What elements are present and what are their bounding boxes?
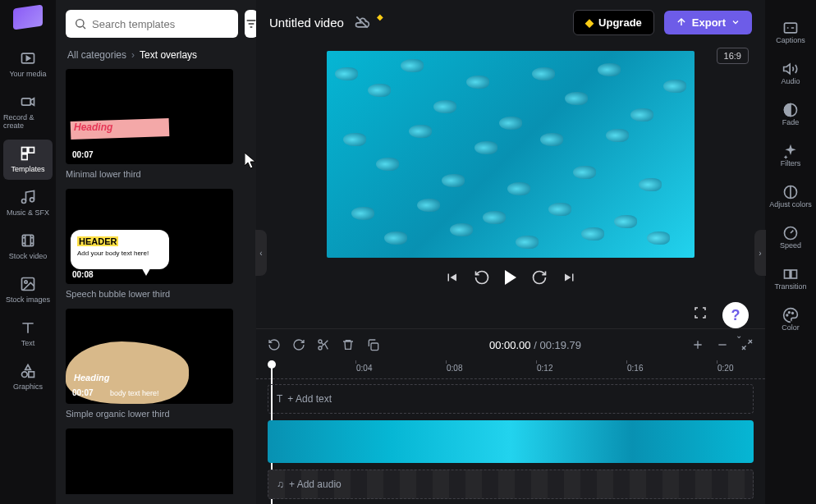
timeline-tracks: T + Add text ♫ + Add audio (256, 379, 765, 504)
templates-icon (20, 146, 36, 163)
template-card[interactable]: HEADER Add your body text here! 00:08 Sp… (66, 189, 246, 299)
gauge-icon (782, 225, 799, 241)
search-box[interactable] (66, 10, 238, 38)
transition-icon (782, 266, 799, 282)
ruler-tick: 0:04 (356, 364, 372, 373)
template-duration: 00:07 (72, 388, 94, 397)
forward-button[interactable] (531, 269, 548, 286)
rewind-button[interactable] (474, 269, 490, 286)
timeline-ruler[interactable]: 0:04 0:08 0:12 0:16 0:20 (256, 360, 765, 379)
nav-text[interactable]: Text (3, 314, 53, 354)
upgrade-label: Upgrade (598, 16, 642, 29)
project-title[interactable]: Untitled video (269, 16, 344, 30)
timeline-section: 00:00.00 / 00:19.79 0:04 0:08 0:12 0:16 … (256, 328, 765, 504)
svg-point-10 (22, 371, 28, 377)
svg-rect-3 (29, 147, 34, 153)
fullscreen-button[interactable] (693, 305, 708, 323)
rnav-label: Transition (774, 282, 806, 291)
speaker-icon (782, 61, 799, 77)
nav-stock-images[interactable]: Stock images (3, 270, 53, 310)
export-button[interactable]: Export (664, 11, 752, 34)
ruler-tick: 0:20 (717, 364, 733, 373)
search-input[interactable] (92, 18, 230, 30)
rnav-filters[interactable]: Filters (768, 135, 814, 176)
rnav-label: Speed (780, 241, 801, 250)
template-heading: Heading (74, 121, 112, 133)
camera-icon (20, 94, 36, 111)
audio-track[interactable]: ♫ + Add audio (268, 470, 754, 499)
text-track[interactable]: T + Add text (268, 384, 754, 414)
aspect-ratio-selector[interactable]: 16:9 (717, 48, 749, 64)
rnav-label: Audio (781, 77, 800, 85)
rnav-speed[interactable]: Speed (768, 217, 814, 258)
svg-rect-20 (791, 270, 797, 278)
fit-timeline-button[interactable] (740, 338, 754, 351)
zoom-in-button[interactable] (691, 338, 704, 351)
nav-record-create[interactable]: Record & create (3, 88, 53, 136)
nav-label: Your media (9, 70, 46, 78)
svg-point-9 (25, 280, 27, 282)
breadcrumb: All categories › Text overlays (67, 49, 245, 61)
video-track-clip[interactable] (268, 420, 754, 463)
delete-button[interactable] (342, 338, 355, 351)
redo-button[interactable] (292, 338, 305, 351)
rnav-audio[interactable]: Audio (768, 53, 814, 94)
cloud-sync-icon[interactable] (354, 14, 370, 30)
template-card[interactable]: Heading 00:07 body text here! Simple org… (66, 309, 246, 419)
svg-point-21 (786, 314, 788, 316)
template-list: Heading 00:07 Minimal lower third HEADER… (66, 69, 246, 494)
nav-graphics[interactable]: Graphics (3, 357, 53, 397)
diamond-icon: ◆ (585, 16, 594, 29)
export-label: Export (692, 16, 726, 29)
rnav-adjust-colors[interactable]: Adjust colors (768, 176, 814, 217)
rnav-captions[interactable]: Captions (768, 11, 814, 53)
palette-icon (782, 307, 799, 323)
text-icon (20, 320, 36, 337)
duplicate-button[interactable] (366, 338, 379, 351)
template-heading: Heading (74, 373, 109, 383)
preview-canvas[interactable] (327, 51, 695, 258)
help-button[interactable]: ? (722, 302, 749, 328)
skip-start-button[interactable] (444, 270, 459, 285)
rnav-transition[interactable]: Transition (768, 258, 814, 299)
rnav-label: Captions (776, 36, 805, 44)
zoom-out-button[interactable] (716, 338, 729, 351)
undo-button[interactable] (268, 338, 281, 351)
rnav-color[interactable]: Color (768, 299, 814, 340)
svg-point-14 (319, 346, 322, 350)
search-row (66, 10, 246, 38)
template-thumbnail (66, 428, 233, 494)
upgrade-button[interactable]: ◆ Upgrade (573, 10, 654, 35)
nav-stock-video[interactable]: Stock video (3, 227, 53, 267)
timeline-toolbar: 00:00.00 / 00:19.79 (256, 329, 765, 360)
text-track-label: + Add text (287, 393, 332, 405)
ruler-tick: 0:08 (447, 364, 462, 373)
templates-panel: All categories › Text overlays Heading 0… (56, 0, 256, 504)
svg-rect-7 (22, 235, 33, 245)
svg-rect-2 (22, 147, 28, 153)
svg-point-13 (319, 340, 322, 343)
template-card[interactable] (66, 428, 246, 494)
app-logo (13, 4, 43, 30)
top-bar: Untitled video ◆ ◆ Upgrade Export (256, 0, 765, 44)
template-card[interactable]: Heading 00:07 Minimal lower third (66, 69, 246, 179)
play-button[interactable] (505, 270, 516, 285)
nav-music-sfx[interactable]: Music & SFX (3, 183, 53, 223)
nav-your-media[interactable]: Your media (3, 44, 53, 85)
split-button[interactable] (317, 338, 330, 351)
skip-end-button[interactable] (562, 270, 577, 285)
svg-point-12 (76, 20, 84, 27)
svg-rect-11 (29, 371, 34, 377)
template-body: body text here! (110, 389, 159, 397)
text-icon: T (277, 393, 282, 405)
rnav-label: Adjust colors (769, 200, 812, 208)
rnav-fade[interactable]: Fade (768, 94, 814, 135)
playback-controls (444, 269, 577, 286)
nav-templates[interactable]: Templates (3, 140, 53, 180)
breadcrumb-root[interactable]: All categories (67, 49, 126, 61)
playhead[interactable] (268, 360, 276, 369)
svg-rect-15 (371, 343, 378, 351)
image-icon (20, 277, 36, 293)
template-thumbnail: Heading 00:07 (66, 69, 233, 164)
chevron-down-icon (731, 17, 740, 27)
